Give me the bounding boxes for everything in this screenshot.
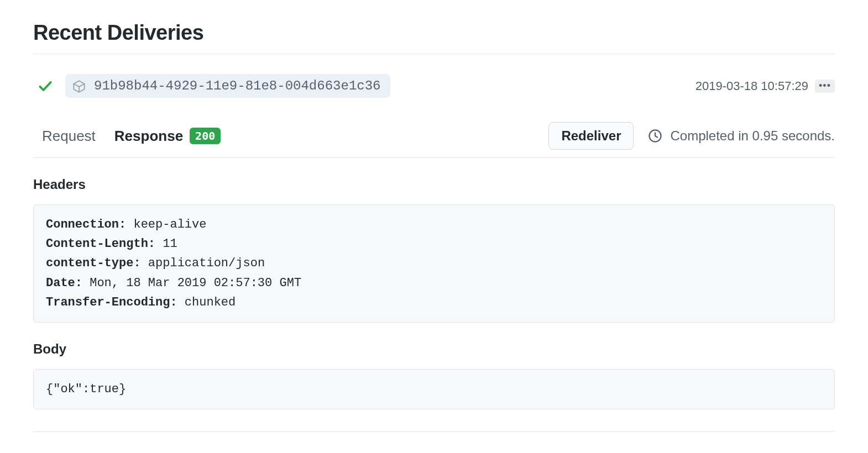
header-key: Date: <box>46 276 82 290</box>
check-icon <box>38 78 53 94</box>
divider-bottom <box>33 431 835 432</box>
header-value: Mon, 18 Mar 2019 02:57:30 GMT <box>82 276 301 290</box>
delivery-meta: 2019-03-18 10:57:29 ••• <box>696 79 835 93</box>
page-title: Recent Deliveries <box>33 21 835 45</box>
tab-request[interactable]: Request <box>33 128 96 145</box>
header-value: keep-alive <box>126 218 206 231</box>
header-value: application/json <box>141 256 265 270</box>
completed-text: Completed in 0.95 seconds. <box>670 128 835 144</box>
body-box: {"ok":true} <box>33 369 835 409</box>
tab-response-label: Response <box>114 128 183 145</box>
header-key: content-type: <box>46 256 141 270</box>
status-badge: 200 <box>190 128 221 144</box>
clock-icon <box>648 129 662 143</box>
headers-box: Connection: keep-alive Content-Length: 1… <box>33 204 835 323</box>
tab-response[interactable]: Response 200 <box>114 128 221 145</box>
delivery-chip[interactable]: 91b98b44-4929-11e9-81e8-004d663e1c36 <box>65 74 390 98</box>
more-actions-button[interactable]: ••• <box>815 80 835 93</box>
header-key: Content-Length: <box>46 237 155 251</box>
tabs-row: Request Response 200 Redeliver Completed… <box>33 108 835 158</box>
package-icon <box>72 79 86 93</box>
header-value: 11 <box>155 237 177 251</box>
completed-info: Completed in 0.95 seconds. <box>648 128 835 144</box>
header-value: chunked <box>177 296 236 309</box>
delivery-timestamp: 2019-03-18 10:57:29 <box>696 79 808 93</box>
delivery-row: 91b98b44-4929-11e9-81e8-004d663e1c36 201… <box>33 54 835 108</box>
headers-heading: Headers <box>33 177 835 192</box>
header-key: Transfer-Encoding: <box>46 296 177 309</box>
tabs-right: Redeliver Completed in 0.95 seconds. <box>548 122 835 150</box>
delivery-id: 91b98b44-4929-11e9-81e8-004d663e1c36 <box>94 78 380 93</box>
header-key: Connection: <box>46 218 126 231</box>
redeliver-button[interactable]: Redeliver <box>548 122 634 150</box>
body-heading: Body <box>33 341 835 357</box>
